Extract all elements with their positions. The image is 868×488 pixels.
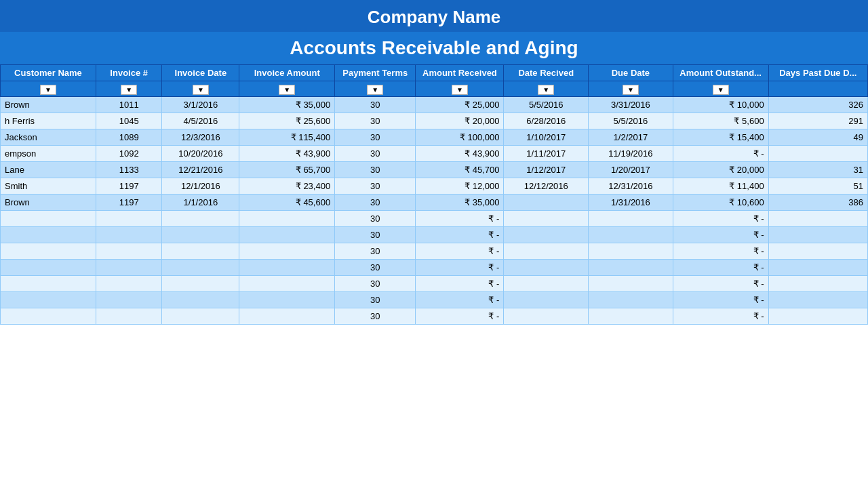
table-row: 30₹ -₹ - — [1, 211, 868, 227]
table-row: Brown10113/1/2016₹ 35,00030₹ 25,0005/5/2… — [1, 97, 868, 113]
table-row: Lane113312/21/2016₹ 65,70030₹ 45,7001/12… — [1, 162, 868, 178]
table-row: h Ferris10454/5/2016₹ 25,60030₹ 20,0006/… — [1, 113, 868, 129]
col-amount-outstanding-header: Amount Outstand... — [673, 65, 768, 81]
invoice-amount-filter[interactable]: ▼ — [279, 85, 295, 95]
table-row: 30₹ -₹ - — [1, 260, 868, 276]
col-invoice-date-header: Invoice Date — [162, 65, 239, 81]
due-date-filter[interactable]: ▼ — [623, 85, 639, 95]
col-days-past-due-header: Days Past Due D... — [768, 65, 867, 81]
header-company: Company Name — [0, 0, 868, 32]
col-payment-terms-header: Payment Terms — [335, 65, 416, 81]
amount-outstanding-filter[interactable]: ▼ — [713, 85, 729, 95]
header-title: Accounts Receivable and Aging — [0, 32, 868, 64]
col-customer-header: Customer Name — [1, 65, 96, 81]
col-invoice-num-header: Invoice # — [96, 65, 162, 81]
col-due-date-header: Due Date — [589, 65, 673, 81]
table-row: 30₹ -₹ - — [1, 292, 868, 308]
col-date-received-header: Date Recived — [504, 65, 589, 81]
col-amount-received-header: Amount Received — [416, 65, 504, 81]
table-row: empson109210/20/2016₹ 43,90030₹ 43,9001/… — [1, 146, 868, 162]
table-row: 30₹ -₹ - — [1, 308, 868, 325]
table-row: Brown11971/1/2016₹ 45,60030₹ 35,0001/31/… — [1, 195, 868, 211]
invoice-date-filter[interactable]: ▼ — [193, 85, 209, 95]
customer-filter[interactable]: ▼ — [40, 85, 56, 95]
table-row: 30₹ -₹ - — [1, 276, 868, 292]
filter-row[interactable]: ▼ ▼ ▼ ▼ ▼ ▼ ▼ ▼ ▼ — [1, 81, 868, 97]
amount-received-filter[interactable]: ▼ — [452, 85, 468, 95]
invoice-num-filter[interactable]: ▼ — [121, 85, 137, 95]
date-received-filter[interactable]: ▼ — [538, 85, 554, 95]
table-row: Jackson108912/3/2016₹ 115,40030₹ 100,000… — [1, 129, 868, 146]
payment-terms-filter[interactable]: ▼ — [367, 85, 383, 95]
table-row: 30₹ -₹ - — [1, 243, 868, 260]
table-header-row: Customer Name Invoice # Invoice Date Inv… — [1, 65, 868, 81]
table-row: 30₹ -₹ - — [1, 227, 868, 243]
table-row: Smith119712/1/2016₹ 23,40030₹ 12,00012/1… — [1, 178, 868, 195]
col-invoice-amount-header: Invoice Amount — [239, 65, 335, 81]
